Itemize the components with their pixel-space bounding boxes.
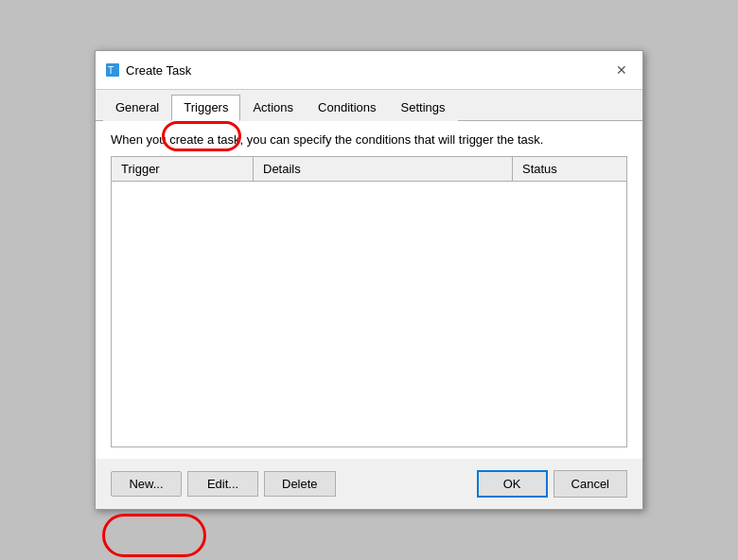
table-body	[112, 182, 626, 446]
new-btn-annotation	[102, 514, 206, 557]
tab-actions[interactable]: Actions	[240, 95, 306, 121]
delete-button[interactable]: Delete	[264, 471, 336, 497]
tab-triggers[interactable]: Triggers	[171, 95, 240, 121]
tab-bar: General Triggers Actions Conditions Sett…	[96, 90, 642, 121]
cancel-button[interactable]: Cancel	[554, 470, 627, 498]
ok-button[interactable]: OK	[477, 470, 548, 498]
tab-general[interactable]: General	[103, 95, 171, 121]
create-task-dialog: T Create Task ✕ General Triggers Actions…	[95, 50, 643, 510]
buttons-area: New... Edit... Delete OK Cancel	[96, 459, 642, 509]
column-header-status: Status	[513, 157, 626, 181]
dialog-title: Create Task	[126, 63, 191, 78]
tab-conditions[interactable]: Conditions	[306, 95, 388, 121]
dialog-icon: T	[105, 62, 120, 78]
tab-settings[interactable]: Settings	[389, 95, 458, 121]
title-bar: T Create Task ✕	[96, 51, 642, 90]
edit-button[interactable]: Edit...	[187, 471, 258, 497]
triggers-table: Trigger Details Status	[111, 156, 627, 447]
buttons-right: OK Cancel	[477, 470, 627, 498]
description-text: When you create a task, you can specify …	[111, 132, 627, 147]
buttons-left: New... Edit... Delete	[111, 471, 336, 497]
title-bar-left: T Create Task	[105, 62, 191, 78]
new-button[interactable]: New...	[111, 471, 182, 497]
tab-content: When you create a task, you can specify …	[96, 121, 642, 459]
table-header: Trigger Details Status	[112, 157, 626, 182]
column-header-details: Details	[254, 157, 513, 181]
svg-text:T: T	[108, 65, 114, 76]
column-header-trigger: Trigger	[112, 157, 254, 181]
close-button[interactable]: ✕	[610, 59, 633, 81]
